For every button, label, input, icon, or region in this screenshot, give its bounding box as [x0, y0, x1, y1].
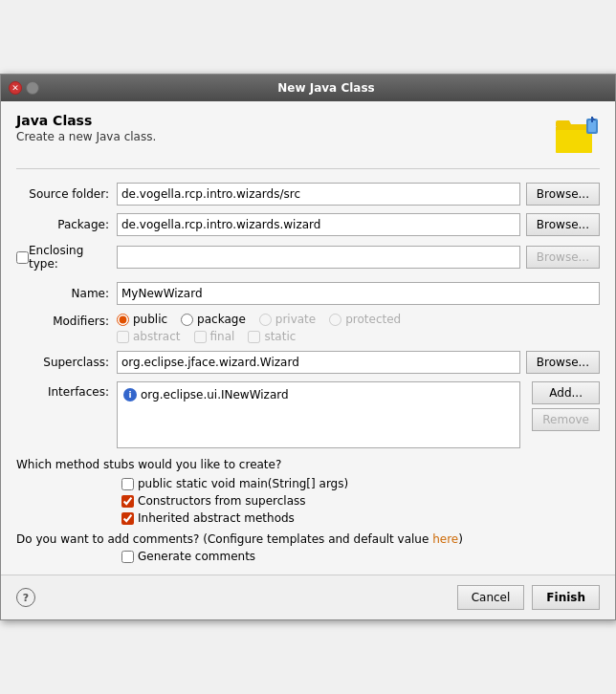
interface-name: org.eclipse.ui.INewWizard	[141, 388, 289, 401]
package-input[interactable]	[117, 213, 520, 236]
constructors-check[interactable]: Constructors from superclass	[121, 494, 600, 508]
enclosing-label[interactable]: Enclosing type:	[29, 244, 109, 271]
modifiers-extra-row: abstract final static	[117, 330, 401, 343]
cancel-button[interactable]: Cancel	[457, 585, 525, 610]
comments-link[interactable]: here	[432, 532, 458, 546]
radio-private[interactable]	[259, 314, 272, 326]
modifier-protected-label: protected	[345, 313, 401, 326]
modifier-private-label: private	[275, 313, 316, 326]
svg-rect-6	[591, 117, 593, 122]
package-browse-button[interactable]: Browse...	[526, 213, 600, 236]
generate-comments-check[interactable]: Generate comments	[121, 550, 600, 563]
dialog-title: Java Class	[16, 113, 156, 128]
footer: ? Cancel Finish	[1, 575, 615, 619]
check-abstract[interactable]	[117, 331, 129, 343]
enclosing-row: Enclosing type: Browse...	[16, 244, 600, 271]
enclosing-browse-button[interactable]: Browse...	[526, 246, 600, 269]
superclass-input[interactable]	[117, 351, 520, 374]
name-label: Name:	[16, 287, 117, 300]
enclosing-checkbox[interactable]	[16, 251, 29, 264]
interfaces-field: i org.eclipse.ui.INewWizard Add... Remov…	[117, 381, 600, 448]
main-method-label: public static void main(String[] args)	[138, 477, 348, 490]
header-section: Java Class Create a new Java class.	[16, 113, 600, 169]
finish-button[interactable]: Finish	[532, 585, 600, 610]
check-static[interactable]	[248, 331, 260, 343]
generate-comments-label: Generate comments	[138, 550, 255, 563]
dialog-content: Java Class Create a new Java class.	[1, 101, 615, 575]
window-title: New Java Class	[45, 81, 607, 95]
header-text: Java Class Create a new Java class.	[16, 113, 156, 143]
source-folder-row: Source folder: Browse...	[16, 183, 600, 206]
package-field: Browse...	[117, 213, 600, 236]
modifiers-access-row: public package private protected	[117, 313, 401, 326]
inherited-check[interactable]: Inherited abstract methods	[121, 511, 600, 525]
modifier-package[interactable]: package	[181, 313, 246, 326]
enclosing-input[interactable]	[117, 246, 520, 269]
enclosing-label-area: Enclosing type:	[16, 244, 117, 271]
main-method-check[interactable]: public static void main(String[] args)	[121, 477, 600, 490]
package-row: Package: Browse...	[16, 213, 600, 236]
modifier-final-label: final	[210, 330, 235, 343]
dialog-subtitle: Create a new Java class.	[16, 130, 156, 143]
modifier-abstract[interactable]: abstract	[117, 330, 181, 343]
radio-protected[interactable]	[329, 314, 341, 326]
package-label: Package:	[16, 218, 117, 231]
window-controls: ✕	[9, 81, 39, 95]
radio-public[interactable]	[117, 314, 129, 326]
radio-package[interactable]	[181, 314, 193, 326]
footer-buttons: Cancel Finish	[457, 585, 600, 610]
modifier-package-label: package	[197, 313, 246, 326]
modifiers-label: Modifiers:	[16, 313, 117, 328]
source-folder-browse-button[interactable]: Browse...	[526, 183, 600, 206]
generate-row: Generate comments	[16, 550, 600, 563]
modifiers-row: Modifiers: public package private	[16, 313, 600, 343]
check-inherited[interactable]	[121, 512, 134, 525]
comments-question-prefix: Do you want to add comments? (Configure …	[16, 532, 432, 546]
check-generate-comments[interactable]	[121, 551, 134, 563]
modifier-private[interactable]: private	[259, 313, 316, 326]
dialog-window: ✕ New Java Class Java Class Create a new…	[0, 74, 616, 620]
header-icon	[554, 113, 600, 159]
stubs-question: Which method stubs would you like to cre…	[16, 458, 600, 471]
add-interface-button[interactable]: Add...	[532, 381, 600, 404]
stubs-section: public static void main(String[] args) C…	[16, 477, 600, 525]
source-folder-input[interactable]	[117, 183, 520, 206]
name-row: Name:	[16, 282, 600, 305]
folder-icon-svg	[554, 113, 600, 159]
check-final[interactable]	[194, 331, 207, 343]
source-folder-field: Browse...	[117, 183, 600, 206]
source-folder-label: Source folder:	[16, 187, 117, 201]
superclass-label: Superclass:	[16, 356, 117, 369]
enclosing-field: Browse...	[117, 246, 600, 269]
inherited-label: Inherited abstract methods	[138, 511, 295, 525]
modifiers-section: public package private protected	[117, 313, 401, 343]
svg-rect-2	[556, 130, 592, 153]
superclass-row: Superclass: Browse...	[16, 351, 600, 374]
modifier-static[interactable]: static	[248, 330, 296, 343]
name-field	[117, 282, 600, 305]
superclass-browse-button[interactable]: Browse...	[526, 351, 600, 374]
check-main[interactable]	[121, 478, 134, 490]
interfaces-row: Interfaces: i org.eclipse.ui.INewWizard …	[16, 381, 600, 448]
modifier-public-label: public	[133, 313, 167, 326]
interfaces-label: Interfaces:	[16, 381, 117, 399]
remove-interface-button[interactable]: Remove	[532, 408, 600, 431]
interface-icon: i	[123, 388, 137, 401]
modifier-abstract-label: abstract	[133, 330, 181, 343]
comments-section: Do you want to add comments? (Configure …	[16, 532, 600, 546]
modifier-public[interactable]: public	[117, 313, 167, 326]
titlebar: ✕ New Java Class	[1, 75, 615, 101]
comments-question-suffix: )	[458, 532, 463, 546]
modifier-protected[interactable]: protected	[329, 313, 401, 326]
interfaces-list: i org.eclipse.ui.INewWizard	[117, 381, 520, 448]
help-button[interactable]: ?	[16, 588, 35, 607]
check-constructors[interactable]	[121, 495, 134, 508]
modifier-static-label: static	[264, 330, 296, 343]
superclass-field: Browse...	[117, 351, 600, 374]
interface-item: i org.eclipse.ui.INewWizard	[121, 386, 516, 403]
name-input[interactable]	[117, 282, 600, 305]
modifier-final[interactable]: final	[194, 330, 235, 343]
close-button[interactable]: ✕	[9, 81, 22, 95]
minimize-button[interactable]	[26, 81, 39, 95]
interfaces-buttons: Add... Remove	[532, 381, 600, 431]
